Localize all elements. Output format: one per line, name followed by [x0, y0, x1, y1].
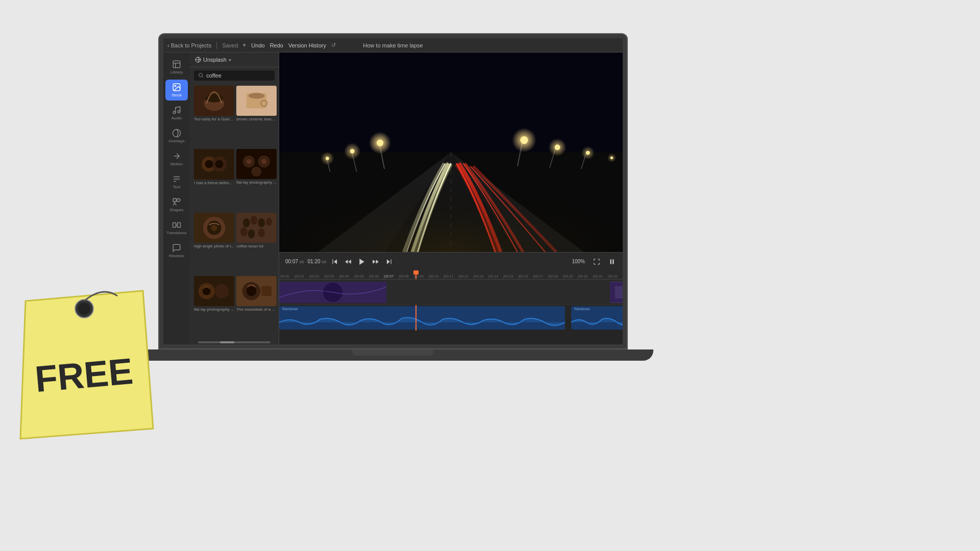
source-selector[interactable]: Unsplash ▾: [190, 53, 279, 67]
ruler-mark: |00:17: [533, 274, 548, 278]
svg-marker-80: [349, 259, 351, 263]
timeline-tracks: Rainbows Rainbows: [279, 280, 623, 344]
video-clip[interactable]: [610, 282, 623, 303]
list-item[interactable]: brown ceramic teac...: [236, 86, 277, 147]
list-item[interactable]: The essentials of a ...: [236, 276, 277, 337]
timeline-ruler: 00:00 |00:01 |00:02 |00:03 |00:04 |00:05…: [279, 270, 623, 280]
list-item[interactable]: high angle photo of t...: [194, 213, 234, 274]
media-grid: Too early for a Guin... brown ceramic te…: [190, 84, 279, 339]
menu-bar: ‹ Back to Projects Saved ▾ Undo Redo Ver…: [163, 38, 623, 53]
ruler-mark: |00:19: [563, 274, 578, 278]
list-item[interactable]: I had a friend defini...: [194, 149, 234, 210]
sidebar-item-audio[interactable]: Audio: [165, 103, 188, 123]
video-clip[interactable]: [279, 282, 386, 303]
svg-rect-76: [279, 130, 623, 252]
audio-clip-label-2: Rainbows: [574, 307, 590, 311]
thumb-image-5: [194, 213, 234, 243]
source-icon: [195, 57, 201, 63]
source-dropdown-icon[interactable]: ▾: [229, 57, 231, 63]
skip-start-button[interactable]: [330, 257, 339, 266]
track-playhead: [415, 305, 416, 331]
svg-point-35: [243, 218, 250, 227]
sidebar-item-reviews[interactable]: Reviews: [165, 240, 188, 261]
timeline-playhead[interactable]: [415, 270, 416, 279]
search-icon: [198, 72, 204, 79]
media-panel: Unsplash ▾: [190, 53, 279, 344]
svg-text:FREE: FREE: [33, 350, 134, 399]
media-label-1: Too early for a Guin...: [194, 117, 234, 122]
sidebar-item-overlays[interactable]: Overlays: [165, 126, 188, 146]
svg-point-33: [211, 224, 217, 231]
back-arrow-icon: ‹: [167, 42, 169, 48]
thumb-image-8: [236, 276, 277, 306]
skip-end-button[interactable]: [384, 257, 394, 266]
svg-rect-86: [610, 259, 611, 264]
version-history-label[interactable]: Version History: [288, 42, 326, 48]
back-button[interactable]: ‹ Back to Projects: [167, 42, 211, 48]
ruler-mark: |00:06: [369, 274, 384, 278]
list-item[interactable]: Too early for a Guin...: [194, 86, 234, 147]
svg-marker-79: [345, 259, 348, 263]
audio-track: Rainbows Rainbows: [279, 305, 623, 331]
current-frames: 00: [300, 260, 304, 264]
media-thumb-2: [236, 86, 277, 116]
rewind-button[interactable]: [344, 257, 353, 266]
ruler-mark: |00:16: [518, 274, 533, 278]
svg-marker-81: [360, 259, 364, 265]
svg-point-41: [258, 228, 265, 237]
playhead-head: [413, 270, 419, 274]
audio-clip-1[interactable]: Rainbows: [279, 306, 565, 330]
redo-label[interactable]: Redo: [270, 42, 283, 48]
play-button[interactable]: [357, 257, 367, 267]
svg-point-45: [203, 287, 211, 295]
svg-rect-49: [261, 286, 272, 296]
svg-marker-84: [387, 259, 390, 264]
media-label-8: The essentials of a ...: [236, 307, 277, 312]
svg-point-5: [173, 130, 181, 137]
video-track: [279, 280, 623, 305]
sidebar-item-text[interactable]: Text: [165, 171, 188, 192]
ruler-mark: |00:03: [324, 274, 339, 278]
pause-overlay-button[interactable]: [607, 257, 617, 266]
total-time: 01:20: [308, 259, 321, 264]
list-item[interactable]: flat lay photography ...: [194, 276, 234, 337]
audio-clip-label-1: Rainbows: [282, 307, 298, 311]
list-item[interactable]: flat lay photography ...: [236, 149, 277, 210]
ruler-mark: |00:13: [474, 274, 488, 278]
project-title: How to make time lapse: [363, 42, 423, 48]
ruler-mark: |00:21: [593, 274, 607, 278]
free-tag-svg: FREE: [10, 286, 158, 454]
svg-point-40: [248, 229, 255, 238]
sidebar-item-motion[interactable]: Motion: [165, 148, 188, 169]
media-label-3: I had a friend defini...: [194, 181, 234, 186]
scrollbar[interactable]: [194, 340, 275, 343]
svg-point-36: [251, 215, 258, 224]
undo-label[interactable]: Undo: [251, 42, 264, 48]
text-label: Text: [173, 185, 181, 189]
list-item[interactable]: coffee bean Iot: [236, 213, 277, 274]
laptop-shell: ‹ Back to Projects Saved ▾ Undo Redo Ver…: [158, 33, 628, 349]
media-thumb-1: [194, 86, 234, 116]
svg-point-3: [173, 111, 176, 114]
svg-point-29: [261, 159, 266, 164]
svg-point-4: [178, 111, 180, 113]
back-label[interactable]: Back to Projects: [171, 42, 211, 48]
saved-dropdown-icon[interactable]: ▾: [243, 42, 246, 48]
sidebar-item-transitions[interactable]: Transitions: [165, 217, 188, 238]
zoom-display: 100%: [572, 259, 585, 264]
ruler-mark: |00:12: [458, 274, 473, 278]
fullscreen-button[interactable]: [592, 257, 601, 266]
search-input[interactable]: [206, 72, 271, 79]
audio-clip-2[interactable]: Rainbows: [571, 306, 623, 330]
svg-point-22: [205, 160, 213, 168]
sidebar-item-shapes[interactable]: Shapes: [165, 194, 188, 215]
thumb-image-3: [194, 149, 234, 179]
svg-marker-82: [376, 259, 379, 263]
sidebar-item-stock[interactable]: Stock: [165, 80, 188, 101]
screen: ‹ Back to Projects Saved ▾ Undo Redo Ver…: [163, 38, 623, 344]
svg-point-7: [177, 198, 180, 202]
svg-rect-91: [615, 286, 623, 298]
media-thumb-5: [194, 213, 234, 243]
sidebar-item-library[interactable]: Library: [165, 57, 188, 78]
fast-forward-button[interactable]: [371, 257, 380, 266]
